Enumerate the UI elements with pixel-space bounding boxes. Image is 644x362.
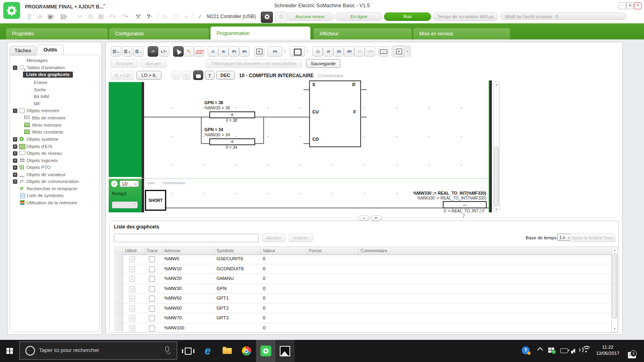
expand-icon[interactable]: + <box>13 158 17 163</box>
contact-falling-button[interactable]: -|N|- <box>239 46 250 57</box>
select-tool-button[interactable] <box>173 46 184 57</box>
row-handle[interactable] <box>114 294 123 303</box>
ladder-canvas[interactable]: GPN = 38 %MW30 = 38 < 0 = 38 GPN = 34 %M… <box>109 80 499 212</box>
row-handle[interactable] <box>114 284 123 294</box>
stop-controller-icon[interactable]: ▢ <box>171 12 180 21</box>
zoom-out-button[interactable]: - <box>171 71 180 80</box>
tray-help-icon[interactable]: ? <box>522 346 530 354</box>
sidebar-item-bits-memoire[interactable]: Bits de mémoire <box>10 114 98 121</box>
undo-menu-caret[interactable]: ▾ <box>114 15 116 18</box>
download-data-button[interactable]: Télécharger les données non exécutables <box>205 59 302 68</box>
operation-block[interactable]: ... <box>443 201 487 208</box>
table-row[interactable]: ✓%MW10GCONDUITE0 <box>114 264 611 274</box>
table-row[interactable]: ✓%MW20GMANU0 <box>114 274 611 284</box>
delete-rung-button[interactable]: ≣₋ <box>133 46 144 57</box>
contact-rising-button[interactable]: -|P|- <box>229 46 239 57</box>
compare1-block[interactable]: < <box>209 111 255 118</box>
table-row[interactable]: ✓%MW0GSECURITE0 <box>114 254 611 264</box>
close-button[interactable]: ✕ <box>634 2 642 9</box>
xic-block-button[interactable]: -|X|- <box>267 46 283 57</box>
somachine-taskbar-icon[interactable] <box>256 340 275 362</box>
expand-icon[interactable]: + <box>13 137 17 142</box>
row-handle[interactable] <box>114 274 123 284</box>
microphone-icon[interactable] <box>165 346 169 352</box>
coil-negated-button[interactable]: -(/) <box>323 46 333 57</box>
function-block-button[interactable] <box>290 46 305 57</box>
redo-menu-caret[interactable]: ▾ <box>127 15 128 18</box>
rung3-disabled-select[interactable]: ▾ <box>112 202 138 208</box>
paste-icon[interactable]: ▦ <box>97 12 105 21</box>
sidebar-item-objets-memoire[interactable]: −Objets mémoire <box>10 107 98 114</box>
print-menu-caret[interactable]: ▾ <box>66 15 67 18</box>
backup-button[interactable]: Sauvegarde <box>306 59 341 68</box>
trace-checkbox[interactable] <box>149 296 155 302</box>
duplicate-button[interactable]: ⧉ <box>275 12 287 23</box>
sidebar-item-messages[interactable]: Messages <box>10 57 98 64</box>
row-handle[interactable] <box>114 254 123 264</box>
sidebar-item-utilisation-memoire[interactable]: Utilisation de la mémoire <box>10 199 98 206</box>
collapse-icon[interactable]: − <box>13 109 17 113</box>
tab-mise-en-service[interactable]: Mise en service <box>413 28 510 39</box>
sidebar-item-liste-graphcets[interactable]: Liste des graphcets <box>10 71 98 78</box>
edge-taskbar-icon[interactable]: e <box>198 340 217 362</box>
expand-icon[interactable]: + <box>13 144 17 149</box>
row-handle[interactable] <box>114 313 123 323</box>
sidebar-item-mf[interactable]: MF <box>10 100 98 107</box>
insert-row-button[interactable]: Insérer <box>289 233 313 242</box>
rung-language-select[interactable]: LD▾ <box>120 181 139 187</box>
connection-button[interactable]: ✕ <box>261 12 273 23</box>
watch-scrollbar-thumb[interactable] <box>612 253 617 319</box>
table-row[interactable]: ✓%MW60GPT20 <box>114 304 611 314</box>
coil-set-button[interactable]: -(S) <box>333 46 344 57</box>
trace-checkbox[interactable] <box>149 276 155 282</box>
coil-hash-d-button[interactable]: -(#D) <box>365 46 375 57</box>
tab-programmation[interactable]: Programmation <box>211 27 310 39</box>
explorer-taskbar-icon[interactable] <box>217 340 237 362</box>
header-trace[interactable]: Trace <box>144 247 162 255</box>
trace-checkbox[interactable] <box>149 315 155 321</box>
start-controller-icon[interactable]: ▷ <box>161 12 170 21</box>
table-row[interactable]: ✓%MW3300 <box>114 323 611 332</box>
expand-icon[interactable]: + <box>13 151 17 156</box>
restore-button[interactable]: ⧉ <box>626 2 634 9</box>
header-adresse[interactable]: Adresse <box>162 247 215 255</box>
trace-checkbox[interactable] <box>149 306 155 312</box>
scroll-down-icon[interactable]: ▼ <box>612 327 617 330</box>
sidebar-item-objets-variateur[interactable]: +DRVObjets de variateur <box>10 171 98 178</box>
coil-hash-button[interactable]: -(#) <box>354 46 365 57</box>
row-handle[interactable] <box>114 323 123 332</box>
header-forcer[interactable]: Forcer <box>307 247 359 255</box>
rung3-header[interactable]: ✓ LD▾ Rung3 ▾ <box>109 179 142 212</box>
undefined-element-button[interactable]: -?- <box>148 46 158 57</box>
header-valeur[interactable]: Valeur <box>261 247 307 255</box>
tray-show-hidden-icons[interactable] <box>538 346 542 354</box>
add-row-button[interactable]: Ajouter <box>262 233 285 242</box>
text-tool-button[interactable]: T <box>205 71 215 80</box>
ladder-scrollbar[interactable]: ▲ ▼ <box>493 81 500 212</box>
sidebar-tab-taches[interactable]: Tâches <box>10 46 36 56</box>
xic-menu-caret[interactable]: ▾ <box>284 50 286 53</box>
operation-block-button[interactable]: … <box>378 46 389 57</box>
branch-element-button[interactable]: L?⌐ <box>159 46 169 57</box>
new-rung-button[interactable]: ≣₊ <box>111 46 121 57</box>
sidebar-item-liste-symboles[interactable]: Liste de symboles <box>10 192 98 199</box>
contact-nc-button[interactable]: -|/|- <box>218 46 229 57</box>
tray-battery-icon[interactable] <box>560 348 568 353</box>
collapse-icon[interactable]: − <box>13 66 17 70</box>
coil-button[interactable]: -( ) <box>312 46 323 57</box>
watch-scrollbar[interactable]: ▲ ▼ <box>611 247 618 332</box>
taskbar-search-box[interactable]: Taper ici pour rechercher <box>19 341 177 360</box>
task-view-button[interactable] <box>179 340 197 362</box>
sidebar-tab-outils[interactable]: Outils <box>37 45 64 56</box>
expand-icon[interactable]: + <box>13 179 17 184</box>
add-element-menu-caret[interactable]: ▾ <box>407 50 408 53</box>
ld-to-il-button[interactable]: LD > IL <box>136 71 161 80</box>
sidebar-item-bit-ihm[interactable]: Bit IHM <box>10 93 98 100</box>
minimize-button[interactable]: – <box>619 2 626 9</box>
cancel-button[interactable]: Annuler <box>140 59 166 68</box>
tab-proprietes[interactable]: Propriétés <box>6 28 107 39</box>
comparison-block-button[interactable]: < <box>254 46 264 57</box>
send-button[interactable]: Envoyer <box>111 59 138 68</box>
help-menu-caret[interactable]: ▾ <box>151 15 153 18</box>
coil-reset-button[interactable]: -(R) <box>344 46 354 57</box>
